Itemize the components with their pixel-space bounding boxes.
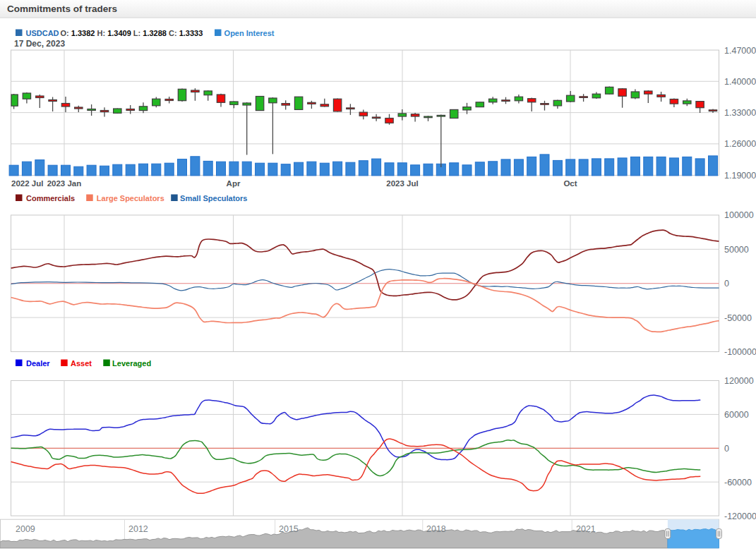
svg-text:100000: 100000 <box>724 210 754 220</box>
svg-text:Oct: Oct <box>563 179 577 188</box>
svg-text:2023 Jul: 2023 Jul <box>386 179 418 188</box>
svg-text:2021: 2021 <box>576 524 596 534</box>
svg-text:Commitments of traders: Commitments of traders <box>7 4 117 14</box>
svg-text:USDCAD: USDCAD <box>26 29 59 37</box>
svg-text:0: 0 <box>724 279 729 289</box>
svg-text:0: 0 <box>724 444 729 454</box>
svg-text:Small Speculators: Small Speculators <box>180 194 247 202</box>
svg-text:1.40000: 1.40000 <box>724 77 756 87</box>
svg-text:Asset: Asset <box>71 359 92 368</box>
svg-text:50000: 50000 <box>724 245 749 255</box>
svg-text:2009: 2009 <box>16 524 35 534</box>
svg-text:2018: 2018 <box>426 524 446 534</box>
svg-text:1.33000: 1.33000 <box>724 108 756 118</box>
svg-text:-50000: -50000 <box>724 313 752 323</box>
svg-text:Open Interest: Open Interest <box>224 29 275 37</box>
svg-text:120000: 120000 <box>724 376 754 386</box>
svg-text:Large Speculators: Large Speculators <box>97 194 164 202</box>
svg-text:17 Dec, 2023: 17 Dec, 2023 <box>14 39 65 49</box>
svg-text:-60000: -60000 <box>724 478 752 488</box>
svg-text:Leveraged: Leveraged <box>112 359 151 368</box>
svg-text:2012: 2012 <box>128 524 148 534</box>
svg-text:2015: 2015 <box>279 524 299 534</box>
svg-text:1.47000: 1.47000 <box>724 46 756 56</box>
svg-text:2023 Jan: 2023 Jan <box>47 179 82 188</box>
svg-text:1.19000: 1.19000 <box>724 171 756 181</box>
svg-text:Commercials: Commercials <box>26 194 75 202</box>
svg-text:-120000: -120000 <box>724 511 756 521</box>
svg-text:60000: 60000 <box>724 410 749 420</box>
svg-text:-100000: -100000 <box>724 347 756 357</box>
svg-text:O: 1.3382 H: 1.3409 L: 1.3288: O: 1.3382 H: 1.3409 L: 1.3288 C: 1.3333 <box>61 29 203 37</box>
svg-text:2022 Jul: 2022 Jul <box>11 179 43 188</box>
svg-text:Apr: Apr <box>227 179 241 188</box>
svg-text:1.26000: 1.26000 <box>724 139 756 149</box>
svg-text:Dealer: Dealer <box>26 359 50 368</box>
